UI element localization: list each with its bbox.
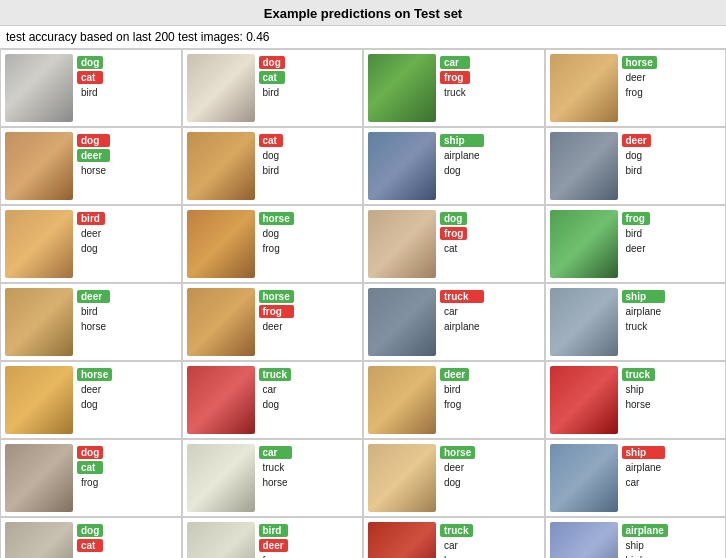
prediction-label-true: frog — [622, 212, 650, 225]
prediction-cell: birddeerdog — [0, 205, 182, 283]
cell-labels: truckshiphorse — [622, 366, 655, 411]
prediction-cell: dogcatfrog — [0, 439, 182, 517]
prediction-label-candidate: airplane — [622, 305, 666, 318]
prediction-label-candidate: frog — [622, 86, 657, 99]
cell-image — [550, 210, 618, 278]
cell-labels: carfrogtruck — [440, 54, 470, 99]
cell-image — [187, 366, 255, 434]
prediction-label-true: truck — [259, 368, 291, 381]
prediction-cell: truckshiphorse — [545, 361, 727, 439]
cell-image — [368, 132, 436, 200]
prediction-label-true: dog — [77, 134, 110, 147]
cell-image — [368, 522, 436, 558]
prediction-label-candidate: bird — [440, 383, 469, 396]
prediction-label-candidate: deer — [622, 242, 650, 255]
prediction-label-candidate: cat — [77, 71, 103, 84]
prediction-cell: deerbirdfrog — [363, 361, 545, 439]
predictions-grid: dogcatbirddogcatbirdcarfrogtruckhorsedee… — [0, 48, 726, 558]
prediction-label-candidate: horse — [622, 398, 655, 411]
prediction-label-candidate: deer — [77, 383, 112, 396]
prediction-cell: dogcatcar — [0, 517, 182, 558]
prediction-cell: horsedeerfrog — [545, 49, 727, 127]
prediction-label-true: ship — [622, 446, 666, 459]
cell-image — [368, 288, 436, 356]
cell-labels: shipairplanetruck — [622, 288, 666, 333]
cell-image — [187, 522, 255, 558]
cell-labels: dogcatbird — [77, 54, 103, 99]
prediction-label-true: bird — [77, 212, 105, 225]
prediction-label-true: bird — [259, 524, 288, 537]
prediction-label-candidate: horse — [440, 554, 473, 558]
cell-image — [550, 132, 618, 200]
cell-image — [5, 54, 73, 122]
prediction-label-true: truck — [440, 290, 484, 303]
prediction-label-candidate: dog — [440, 164, 484, 177]
prediction-label-candidate: frog — [259, 554, 288, 558]
cell-labels: deerdogbird — [622, 132, 651, 177]
cell-image — [5, 288, 73, 356]
prediction-label-candidate: horse — [259, 476, 292, 489]
prediction-label-candidate: frog — [440, 227, 467, 240]
prediction-label-candidate: frog — [77, 476, 103, 489]
prediction-cell: birddeerfrog — [182, 517, 364, 558]
cell-image — [550, 288, 618, 356]
prediction-label-candidate: car — [77, 554, 103, 558]
cell-image — [187, 54, 255, 122]
prediction-label-candidate: bird — [259, 86, 285, 99]
prediction-cell: dogcatbird — [182, 49, 364, 127]
prediction-label-candidate: airplane — [440, 149, 484, 162]
cell-labels: horsedeerdog — [440, 444, 475, 489]
prediction-cell: dogfrogcat — [363, 205, 545, 283]
cell-labels: shipairplanecar — [622, 444, 666, 489]
cell-labels: truckcardog — [259, 366, 291, 411]
cell-labels: dogcatfrog — [77, 444, 103, 489]
prediction-label-candidate: dog — [77, 398, 112, 411]
cell-labels: birddeerdog — [77, 210, 105, 255]
cell-labels: shipairplanedog — [440, 132, 484, 177]
prediction-label-candidate: car — [622, 476, 666, 489]
prediction-label-candidate: deer — [440, 461, 475, 474]
prediction-label-candidate: frog — [259, 305, 294, 318]
prediction-label-candidate: frog — [440, 398, 469, 411]
cell-labels: truckcarairplane — [440, 288, 484, 333]
prediction-label-candidate: bird — [77, 86, 103, 99]
prediction-cell: shipairplanedog — [363, 127, 545, 205]
cell-image — [5, 522, 73, 558]
cell-image — [368, 210, 436, 278]
prediction-cell: horsedeerdog — [0, 361, 182, 439]
prediction-label-candidate: dog — [259, 227, 294, 240]
prediction-cell: horsefrogdeer — [182, 283, 364, 361]
prediction-label-true: ship — [440, 134, 484, 147]
prediction-cell: horsedogfrog — [182, 205, 364, 283]
cell-image — [550, 366, 618, 434]
prediction-cell: dogdeerhorse — [0, 127, 182, 205]
prediction-label-candidate: horse — [77, 320, 110, 333]
prediction-label-candidate: truck — [440, 86, 470, 99]
prediction-label-candidate: bird — [622, 227, 650, 240]
cell-labels: catdogbird — [259, 132, 284, 177]
cell-labels: birddeerfrog — [259, 522, 288, 558]
prediction-cell: carfrogtruck — [363, 49, 545, 127]
prediction-label-true: horse — [259, 212, 294, 225]
prediction-label-true: horse — [440, 446, 475, 459]
prediction-label-candidate: cat — [259, 71, 285, 84]
prediction-label-true: truck — [622, 368, 655, 381]
cell-labels: horsedeerfrog — [622, 54, 657, 99]
cell-labels: dogcatcar — [77, 522, 103, 558]
cell-labels: cartruckhorse — [259, 444, 292, 489]
prediction-label-candidate: truck — [622, 320, 666, 333]
cell-labels: horsedeerdog — [77, 366, 112, 411]
prediction-label-true: truck — [440, 524, 473, 537]
prediction-label-true: deer — [440, 368, 469, 381]
prediction-label-true: car — [440, 56, 470, 69]
cell-labels: airplaneshipbird — [622, 522, 668, 558]
prediction-label-candidate: deer — [622, 71, 657, 84]
prediction-label-true: horse — [77, 368, 112, 381]
prediction-cell: shipairplanetruck — [545, 283, 727, 361]
prediction-label-true: dog — [77, 446, 103, 459]
prediction-label-true: dog — [440, 212, 467, 225]
cell-image — [187, 444, 255, 512]
prediction-label-true: car — [259, 446, 292, 459]
cell-labels: horsefrogdeer — [259, 288, 294, 333]
prediction-label-true: deer — [622, 134, 651, 147]
